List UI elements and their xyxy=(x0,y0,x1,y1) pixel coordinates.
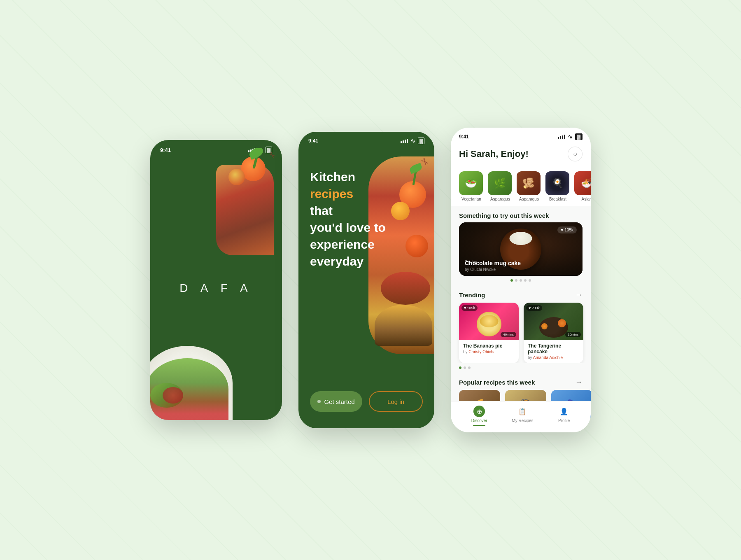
get-started-button[interactable]: Get started xyxy=(310,391,362,412)
asian-emoji: 🍜 xyxy=(574,171,591,195)
vegetarian-img: 🥗 xyxy=(459,171,483,195)
trending-arrow-icon[interactable]: → xyxy=(575,291,583,299)
featured-likes: ♥ 105k xyxy=(557,226,577,233)
plate-bottom xyxy=(150,346,233,420)
featured-section-header: Something to try out this week xyxy=(451,206,591,222)
featured-meta: ♥ 105k xyxy=(557,226,577,233)
phone-screen1: 9:41 ∿ ▓ xyxy=(150,140,282,420)
nav-discover[interactable]: ⊕ Discover xyxy=(471,406,487,426)
discover-underline xyxy=(473,425,485,426)
category-breakfast[interactable]: 🍳 Breakfast xyxy=(545,171,570,201)
signal-bar-7 xyxy=(405,140,406,143)
app-header: Hi Sarah, Enjoy! ○ xyxy=(451,143,591,168)
status-icons-3: ∿ ▓ xyxy=(558,133,583,140)
trending-card-2[interactable]: ♥ 200k 30mins The Tangerine pancake by A… xyxy=(524,303,583,363)
trending-card-list: ♥ 105k 40mins The Bananas pie by Christy… xyxy=(451,303,591,363)
nav-my-recipes[interactable]: 📋 My Recipes xyxy=(512,406,533,426)
trend-dot-3 xyxy=(468,366,471,369)
hero-line-4: you'd love to xyxy=(310,219,392,236)
featured-recipe-title: Chocolate mug cake xyxy=(465,260,577,266)
trend-dot-2 xyxy=(464,366,466,369)
screens-container: 9:41 ∿ ▓ xyxy=(150,128,591,432)
category-asparagus-2[interactable]: 🫚 Asparagus xyxy=(517,171,541,201)
time-2: 9:41 xyxy=(308,138,318,144)
dot-1 xyxy=(510,279,513,282)
trending-img-1: ♥ 105k 40mins xyxy=(459,303,519,340)
nav-profile[interactable]: 👤 Profile xyxy=(558,406,570,426)
asparagus-label-2: Asparagus xyxy=(517,197,541,201)
search-button[interactable]: ○ xyxy=(568,147,583,161)
popular-section-header: Popular recipes this week → xyxy=(451,372,591,390)
featured-time: 7 mins xyxy=(465,260,477,264)
asian-label: Asian xyxy=(574,197,591,201)
trending-author-2: by Amanda Adichie xyxy=(528,355,579,360)
phone-screen3: 9:41 ∿ ▓ Hi Sarah, Enjoy! ○ xyxy=(451,128,591,432)
trending-likes-count-1: 105k xyxy=(467,306,475,310)
by-label: by xyxy=(465,267,470,272)
signal-bar-9 xyxy=(558,137,559,139)
asian-img: 🍜 xyxy=(574,171,591,195)
category-list: 🥗 Vegetarian 🌿 Asparagus 🫚 xyxy=(451,168,591,206)
author-name: Oluchi Nwoke xyxy=(470,267,496,272)
asparagus-emoji-1: 🌿 xyxy=(488,171,512,195)
splash-screen: 9:41 ∿ ▓ xyxy=(150,140,282,420)
signal-bar-12 xyxy=(564,135,565,139)
battery-icon-3: ▓ xyxy=(575,133,583,140)
featured-recipe-author: by Oluchi Nwoke xyxy=(465,267,577,272)
cake-cream xyxy=(510,232,532,245)
trending-section-title: Trending xyxy=(459,292,485,299)
hero-line-3: that xyxy=(310,203,392,219)
tomato-food xyxy=(163,387,183,404)
trending-img-2: ♥ 200k 30mins xyxy=(524,303,583,340)
time-1: 9:41 xyxy=(160,147,171,153)
trending-card-1[interactable]: ♥ 105k 40mins The Bananas pie by Christy… xyxy=(459,303,519,363)
popular-section-title: Popular recipes this week xyxy=(459,379,535,386)
tangerine-visual xyxy=(539,317,568,338)
signal-bar-5 xyxy=(401,141,402,143)
signal-bar-10 xyxy=(560,136,561,139)
wifi-icon-2: ∿ xyxy=(410,138,415,144)
asparagus-emoji-2: 🫚 xyxy=(517,171,541,195)
asparagus-label-1: Asparagus xyxy=(488,197,513,201)
discover-icon: ⊕ xyxy=(473,406,485,417)
orange-fruit-2 xyxy=(228,169,245,185)
by-label-1: by xyxy=(463,350,468,354)
banana-pie-visual xyxy=(477,312,501,336)
trending-title-1: The Bananas pie xyxy=(463,343,515,349)
orange-slice-1 xyxy=(558,319,566,327)
login-button[interactable]: Log in xyxy=(369,391,423,412)
trending-time-2: 30mins xyxy=(565,332,581,337)
featured-likes-count: 105k xyxy=(564,228,573,232)
category-vegetarian[interactable]: 🥗 Vegetarian xyxy=(459,171,484,201)
signal-bar-8 xyxy=(407,139,408,143)
hero-text: Kitchen recipes that you'd love to exper… xyxy=(310,169,392,270)
trending-like-1: ♥ 105k xyxy=(461,305,478,311)
dot-5 xyxy=(529,279,531,282)
app-content[interactable]: Hi Sarah, Enjoy! ○ 🥗 Vegetarian 🌿 xyxy=(451,143,591,432)
profile-icon: 👤 xyxy=(558,406,570,417)
featured-dots xyxy=(451,276,591,285)
profile-underline xyxy=(558,425,570,426)
category-asparagus-1[interactable]: 🌿 Asparagus xyxy=(488,171,513,201)
onboarding-buttons: Get started Log in xyxy=(298,391,434,412)
featured-recipe-card[interactable]: ♥ 105k Chocolate mug cake by Oluchi Nwok… xyxy=(459,222,583,276)
dot-4 xyxy=(524,279,527,282)
category-asian[interactable]: 🍜 Asian xyxy=(574,171,591,201)
featured-info: Chocolate mug cake by Oluchi Nwoke xyxy=(465,260,577,272)
hero-line-6: everyday xyxy=(310,253,392,269)
heart-icon-trend-1: ♥ xyxy=(464,306,466,310)
author-name-1: Christy Obicha xyxy=(468,350,496,354)
author-name-2: Amanda Adichie xyxy=(533,355,563,360)
featured-section-title: Something to try out this week xyxy=(459,212,549,219)
asparagus-img-2: 🫚 xyxy=(517,171,541,195)
signal-bar-6 xyxy=(403,140,404,143)
bottom-nav: ⊕ Discover 📋 My Recipes 👤 Profile xyxy=(451,401,591,432)
orange-slice-2 xyxy=(541,323,548,329)
fruit-bowl xyxy=(375,305,432,346)
trending-section-header: Trending → xyxy=(451,285,591,303)
trending-likes-count-2: 200k xyxy=(531,306,540,310)
heart-icon-trend-2: ♥ xyxy=(529,306,531,310)
time-3: 9:41 xyxy=(459,134,469,140)
signal-bar-11 xyxy=(562,135,563,139)
popular-arrow-icon[interactable]: → xyxy=(575,378,583,387)
